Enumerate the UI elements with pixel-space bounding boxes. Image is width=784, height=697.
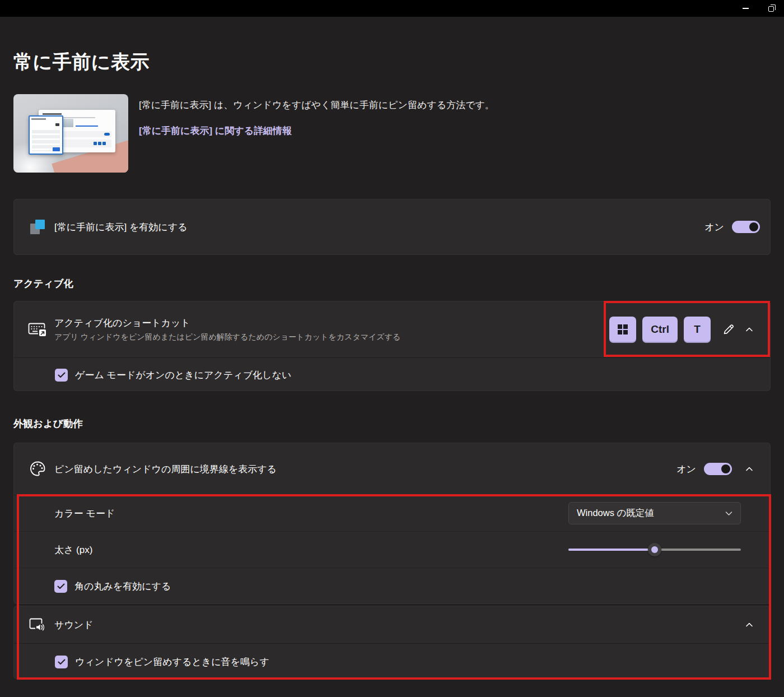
always-on-top-settings-page: 常に手前に表示 [常に手前に表示] は、ウィンドウをすばやく簡単に手前にピン留め…: [0, 0, 784, 697]
border-expander-toggle[interactable]: [740, 459, 759, 478]
chevron-down-icon: [725, 511, 732, 516]
pencil-icon: [722, 323, 735, 336]
toggle-knob: [749, 222, 758, 231]
enable-toggle[interactable]: [732, 221, 760, 233]
toggle-knob: [721, 464, 730, 473]
section-header-appearance: 外観および動作: [13, 417, 83, 430]
edit-shortcut-button[interactable]: [717, 318, 740, 341]
minimize-button[interactable]: [732, 0, 758, 17]
thickness-label: 太さ (px): [54, 543, 568, 556]
rounded-corners-label: 角の丸みを有効にする: [74, 580, 171, 593]
window-sound-icon: [27, 617, 48, 633]
shortcut-card-header: アクティブ化のショートカット アプリ ウィンドウをピン留めまたはピン留め解除する…: [14, 301, 770, 357]
feature-description: [常に手前に表示] は、ウィンドウをすばやく簡単に手前にピン留めする方法です。: [139, 99, 643, 111]
slider-thumb[interactable]: [648, 543, 661, 556]
color-mode-value: Windows の既定値: [577, 507, 654, 519]
play-sound-checkbox[interactable]: [55, 656, 68, 668]
section-header-activation: アクティブ化: [13, 277, 73, 290]
game-mode-row: ゲーム モードがオンのときにアクティブ化しない: [14, 358, 770, 392]
sound-card: サウンド ウィンドウをピン留めするときに音を鳴らす: [13, 606, 771, 679]
sound-card-title: サウンド: [54, 619, 740, 631]
windows-logo-icon: [618, 324, 628, 334]
always-on-top-icon: [27, 220, 48, 234]
shortcut-card-title: アクティブ化のショートカット: [54, 317, 609, 329]
minimize-icon: [743, 8, 749, 9]
checkmark-icon: [58, 372, 66, 378]
thickness-row: 太さ (px): [14, 531, 770, 568]
titlebar: [0, 0, 784, 17]
game-mode-label: ゲーム モードがオンのときにアクティブ化しない: [75, 369, 291, 382]
border-card-header[interactable]: ピン留めしたウィンドウの周囲に境界線を表示する オン: [14, 443, 770, 495]
rounded-corners-row: 角の丸みを有効にする: [14, 568, 770, 604]
border-card-title: ピン留めしたウィンドウの周囲に境界線を表示する: [54, 463, 676, 476]
color-mode-row: カラー モード Windows の既定値: [14, 495, 770, 531]
thickness-slider[interactable]: [568, 543, 741, 556]
shortcut-keys: Ctrl T: [609, 317, 711, 343]
activation-shortcut-card: アクティブ化のショートカット アプリ ウィンドウをピン留めまたはピン留め解除する…: [13, 301, 771, 391]
enable-card-label: [常に手前に表示] を有効にする: [54, 221, 704, 234]
chevron-up-icon: [745, 622, 753, 628]
t-key: T: [684, 317, 711, 343]
restore-icon: [768, 6, 774, 12]
chevron-up-icon: [745, 327, 753, 332]
restore-button[interactable]: [758, 0, 784, 17]
rounded-corners-checkbox[interactable]: [54, 580, 67, 593]
play-sound-row: ウィンドウをピン留めするときに音を鳴らす: [14, 644, 770, 680]
sound-expander-toggle[interactable]: [740, 615, 759, 634]
checkmark-icon: [58, 659, 66, 665]
border-toggle-state: オン: [676, 463, 696, 476]
feature-preview-image: [13, 94, 128, 173]
chevron-up-icon: [745, 466, 753, 472]
color-mode-dropdown[interactable]: Windows の既定値: [568, 502, 741, 524]
enable-toggle-state: オン: [704, 221, 724, 234]
shortcut-expander-toggle[interactable]: [740, 320, 759, 339]
slider-fill: [568, 549, 655, 551]
shortcut-card-text: アクティブ化のショートカット アプリ ウィンドウをピン留めまたはピン留め解除する…: [54, 317, 609, 342]
shortcut-card-subtitle: アプリ ウィンドウをピン留めまたはピン留め解除するためのショートカットをカスタマ…: [54, 332, 609, 342]
checkmark-icon: [57, 583, 65, 589]
preview-pinned-calculator-window: [29, 115, 63, 155]
palette-icon: [27, 461, 48, 477]
play-sound-label: ウィンドウをピン留めするときに音を鳴らす: [75, 656, 269, 668]
color-mode-label: カラー モード: [54, 507, 568, 520]
ctrl-key: Ctrl: [642, 317, 678, 343]
learn-more-link[interactable]: [常に手前に表示] に関する詳細情報: [139, 124, 292, 137]
game-mode-checkbox[interactable]: [55, 369, 68, 382]
keyboard-shortcut-icon: [27, 321, 48, 338]
windows-key: [609, 317, 636, 343]
border-toggle[interactable]: [704, 463, 732, 475]
page-title: 常に手前に表示: [13, 49, 150, 75]
sound-card-header[interactable]: サウンド: [14, 606, 770, 643]
border-settings-card: ピン留めしたウィンドウの周囲に境界線を表示する オン カラー モード Windo…: [13, 443, 771, 604]
enable-card: [常に手前に表示] を有効にする オン: [13, 199, 771, 255]
